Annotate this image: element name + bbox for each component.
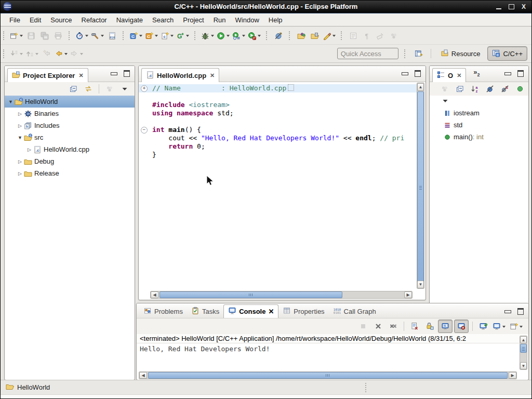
- display-console-button[interactable]: [491, 320, 507, 332]
- scroll-down-button[interactable]: ▼: [520, 362, 527, 369]
- close-icon[interactable]: ✕: [268, 308, 274, 315]
- chevron-down-icon[interactable]: [64, 53, 68, 57]
- show-stderr-button[interactable]: [454, 320, 469, 333]
- maximize-view-button[interactable]: [517, 70, 524, 77]
- statusbar-handle[interactable]: [365, 383, 366, 392]
- new-c-file-button[interactable]: c: [159, 30, 175, 42]
- binary-file-button[interactable]: 010: [105, 30, 119, 42]
- chevron-down-icon[interactable]: [35, 53, 38, 57]
- toolbar-handle[interactable]: [289, 31, 291, 40]
- code-line[interactable]: using namespace std;: [139, 109, 417, 117]
- editor-hscrollbar[interactable]: ◀ ▶: [150, 291, 413, 299]
- hide-nonpublic-button[interactable]: [513, 83, 527, 95]
- perspective-button-resource[interactable]: Resource: [436, 47, 485, 60]
- code-line[interactable]: return 0;: [139, 142, 417, 151]
- toolbar-handle[interactable]: [266, 31, 268, 40]
- toolbar-handle[interactable]: [194, 31, 196, 40]
- collapse-all-button[interactable]: [66, 83, 80, 95]
- expand-arrow-icon[interactable]: ▷: [26, 147, 32, 152]
- chevron-down-icon[interactable]: [242, 35, 245, 38]
- hide-static-button[interactable]: S: [498, 83, 512, 95]
- outline-item-iostream[interactable]: iostream: [430, 107, 528, 119]
- collapse-arrow-icon[interactable]: ▼: [8, 99, 14, 104]
- new-c-project-button[interactable]: C: [128, 30, 144, 42]
- minimize-view-button[interactable]: [111, 72, 117, 75]
- menu-navigate[interactable]: Navigate: [112, 15, 148, 25]
- close-icon[interactable]: ✕: [457, 72, 461, 79]
- debug-bug-button[interactable]: [200, 30, 216, 42]
- window-maximize-button[interactable]: [509, 4, 514, 9]
- remove-all-button[interactable]: [387, 320, 400, 332]
- scroll-right-button[interactable]: ▶: [509, 372, 516, 379]
- tree-item-helloworld-cpp[interactable]: ▷.cHelloWorld.cpp: [5, 143, 135, 155]
- tab-console[interactable]: Console✕: [223, 304, 278, 318]
- tree-item-binaries[interactable]: ▷10Binaries: [5, 108, 135, 119]
- scroll-lock-button[interactable]: [423, 320, 436, 332]
- menu-run[interactable]: Run: [209, 15, 231, 25]
- menu-search[interactable]: Search: [148, 15, 178, 25]
- chevron-down-icon[interactable]: [85, 35, 88, 38]
- pin-console-button[interactable]: [476, 320, 490, 332]
- chevron-down-icon[interactable]: [80, 53, 83, 57]
- scroll-left-button[interactable]: ◀: [151, 291, 158, 298]
- close-icon[interactable]: ✕: [210, 72, 215, 79]
- pen-button[interactable]: [322, 30, 337, 42]
- clear-console-button[interactable]: [408, 320, 421, 332]
- open-element-button[interactable]: [295, 30, 308, 42]
- scroll-up-button[interactable]: ▲: [520, 336, 527, 343]
- tab-editor-helloworld-cpp[interactable]: .c HelloWorld.cpp ✕: [141, 68, 219, 82]
- menu-source[interactable]: Source: [46, 15, 76, 25]
- chevron-down-icon[interactable]: [101, 35, 104, 38]
- tree-item-debug[interactable]: ▷Debug: [5, 155, 135, 167]
- chevron-down-icon[interactable]: [155, 35, 158, 38]
- chevron-down-icon[interactable]: [258, 35, 261, 38]
- chevron-down-icon[interactable]: [20, 53, 23, 57]
- console-hscrollbar[interactable]: ◀ ▶: [139, 371, 517, 379]
- toolbar-handle[interactable]: [3, 49, 5, 58]
- tab-outline[interactable]: O ✕: [432, 68, 466, 82]
- open-resource-button[interactable]: [308, 30, 322, 42]
- collapse-all-button[interactable]: [453, 83, 467, 95]
- code-line[interactable]: }: [139, 151, 417, 159]
- collapse-arrow-icon[interactable]: ▼: [17, 135, 23, 140]
- console-vscroll-thumb[interactable]: [520, 344, 527, 353]
- maximize-view-button[interactable]: [517, 308, 524, 315]
- minimize-editor-button[interactable]: [402, 72, 408, 75]
- console-output[interactable]: Hello, Red Hat Developers World!: [137, 343, 519, 371]
- chevron-down-icon[interactable]: [520, 326, 523, 329]
- minimize-view-button[interactable]: [504, 310, 511, 313]
- chevron-down-icon[interactable]: [227, 35, 230, 38]
- new-c-class-button[interactable]: C: [144, 30, 159, 42]
- remove-button[interactable]: [371, 320, 385, 332]
- close-icon[interactable]: ✕: [78, 72, 83, 79]
- scroll-up-button[interactable]: ▲: [417, 83, 424, 91]
- tree-item-src[interactable]: ▼Csrc: [5, 131, 135, 143]
- maximize-editor-button[interactable]: [415, 70, 421, 77]
- profile-button[interactable]: [247, 30, 262, 42]
- expand-arrow-icon[interactable]: ▷: [17, 123, 23, 128]
- expand-arrow-icon[interactable]: ▷: [17, 171, 23, 176]
- chevron-down-icon[interactable]: [20, 35, 23, 38]
- tab-properties[interactable]: Properties: [278, 305, 328, 318]
- run-button[interactable]: [216, 30, 231, 42]
- editor-hscroll-thumb[interactable]: [159, 291, 342, 298]
- code-line[interactable]: int main() {: [139, 126, 417, 134]
- stopwatch-button[interactable]: [74, 30, 90, 42]
- tree-item-helloworld[interactable]: ▼CHelloWorld: [5, 96, 135, 108]
- menu-file[interactable]: File: [5, 15, 25, 25]
- toolbar-handle[interactable]: [3, 31, 5, 40]
- chevron-down-icon[interactable]: [502, 326, 506, 329]
- chevron-down-icon[interactable]: [139, 35, 142, 38]
- new-make-target-button[interactable]: G: [175, 30, 191, 42]
- folded-region-box[interactable]: [288, 84, 294, 91]
- tab-problems[interactable]: Problems: [139, 305, 187, 318]
- sort-az-button[interactable]: az: [468, 83, 482, 95]
- view-menu-button[interactable]: [118, 83, 131, 95]
- new-wizard-button[interactable]: [9, 30, 24, 42]
- fold-expand-icon[interactable]: +: [141, 85, 148, 92]
- expand-arrow-icon[interactable]: ▷: [17, 159, 23, 164]
- build-hammer-button[interactable]: [90, 30, 105, 42]
- editor-vscrollbar[interactable]: ▲ ▼: [417, 83, 424, 289]
- editor-vscroll-thumb[interactable]: [417, 91, 424, 284]
- show-stdout-button[interactable]: [438, 320, 453, 333]
